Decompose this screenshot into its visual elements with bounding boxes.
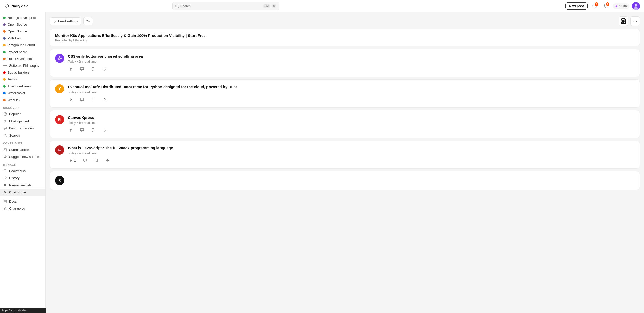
svg-point-5 <box>634 7 638 10</box>
sidebar-item-testing[interactable]: Testing <box>0 76 45 83</box>
sidebar-item-bestdiscussions[interactable]: Best discussions <box>0 125 45 132</box>
notification-ring-button[interactable]: 1 <box>590 2 599 10</box>
upvote-button-1[interactable] <box>68 66 74 72</box>
logo[interactable]: daily.dev <box>4 3 28 9</box>
post-content-4: IW What is JavaScript? The full-stack pr… <box>55 145 635 164</box>
sidebar-label-submitarticle: Submit article <box>9 148 29 152</box>
sidebar-item-playground[interactable]: Playground Squad <box>0 42 45 48</box>
crosshair-icon <box>57 56 62 61</box>
sidebar-item-phpdev[interactable]: PHP Dev <box>0 35 45 42</box>
svg-point-21 <box>59 58 60 59</box>
sidebar-item-bookmarks[interactable]: Bookmarks <box>0 167 45 174</box>
post-card-1[interactable]: CSS-only bottom-anchored scrolling area … <box>50 49 640 77</box>
changelog-icon <box>3 206 7 210</box>
post-body-2: Eventual-Inc/Daft: Distributed DataFrame… <box>68 84 635 103</box>
popular-icon <box>3 112 7 116</box>
post-actions-4: 1 <box>68 158 635 164</box>
sidebar-item-history[interactable]: History <box>0 174 45 182</box>
avatar[interactable] <box>632 2 640 10</box>
sidebar-label-thecoverlikers: TheCoverLikers <box>8 84 31 88</box>
share-button-1[interactable] <box>101 66 107 72</box>
post-card-4[interactable]: IW What is JavaScript? The full-stack pr… <box>50 141 640 169</box>
share-button-4[interactable] <box>104 158 110 164</box>
sidebar-item-search[interactable]: Search <box>0 132 45 139</box>
url-tooltip: https://app.daily.dev <box>0 308 46 313</box>
post-card-2[interactable]: Y Eventual-Inc/Daft: Distributed DataFra… <box>50 79 640 107</box>
post-card-5[interactable] <box>50 171 640 190</box>
comment-button-2[interactable] <box>79 97 85 103</box>
search-input[interactable] <box>180 4 262 8</box>
search-bar[interactable]: Ctrl + K <box>172 2 279 10</box>
sidebar-item-suggestsource[interactable]: Suggest new source <box>0 153 45 160</box>
post-content-3: Rf CanvasXpress Today • 1m read time <box>55 115 635 133</box>
sidebar-item-softwarephil[interactable]: Software Philosophy <box>0 62 45 69</box>
sidebar-item-changelog[interactable]: Changelog <box>0 205 45 212</box>
sidebar-item-pausenewtab[interactable]: Pause new tab <box>0 182 45 189</box>
history-icon <box>3 176 7 180</box>
svg-point-14 <box>5 192 6 193</box>
bookmark-button-4[interactable] <box>93 158 99 164</box>
more-options-button[interactable]: ⋯ <box>630 16 640 26</box>
post-meta-3: Today • 1m read time <box>68 121 635 125</box>
sidebar-item-popular[interactable]: Popular <box>0 110 45 118</box>
sidebar-item-mostupvoted[interactable]: Most upvoted <box>0 118 45 125</box>
sidebar-label-squadbuilders: Squad builders <box>8 71 30 74</box>
bookmark-button-1[interactable] <box>90 66 96 72</box>
discover-label: Discover <box>0 103 45 110</box>
upvote-button-3[interactable] <box>68 127 74 133</box>
pause-icon <box>3 183 7 187</box>
sidebar-label-watercooler: Watercooler <box>8 91 25 95</box>
sidebar-item-customize[interactable]: Customize <box>0 189 45 196</box>
customize-icon <box>3 190 7 194</box>
new-post-button[interactable]: New post <box>565 2 588 10</box>
source-letter-4: IW <box>58 149 61 152</box>
ad-card[interactable]: Monitor K8s Applications Effortlessly & … <box>50 29 640 46</box>
sidebar-item-opensource1[interactable]: Open Source <box>0 21 45 28</box>
comment-button-3[interactable] <box>79 127 85 133</box>
svg-rect-12 <box>4 184 5 186</box>
contribute-label: Contribute <box>0 139 45 146</box>
post-content-5 <box>55 176 635 185</box>
comment-button-4[interactable] <box>82 158 88 164</box>
notifications-button[interactable]: 2 <box>601 2 610 10</box>
sidebar-item-rustdev[interactable]: Rust Developers <box>0 55 45 62</box>
bookmark-icon-1 <box>91 67 95 71</box>
projectboard-dot <box>3 51 6 53</box>
feed-settings-label: Feed settings <box>58 19 78 23</box>
share-button-3[interactable] <box>101 127 107 133</box>
bookmark-button-3[interactable] <box>90 127 96 133</box>
logo-text: daily.dev <box>12 4 28 8</box>
github-icon-button[interactable] <box>619 16 628 26</box>
sidebar-label-projectboard: Project board <box>8 50 27 54</box>
sidebar-item-opensource2[interactable]: Open Source <box>0 28 45 35</box>
sidebar-item-watercooler[interactable]: Watercooler <box>0 90 45 96</box>
comment-button-1[interactable] <box>79 66 85 72</box>
sidebar-item-nodejs[interactable]: Node.js developers <box>0 14 45 21</box>
sidebar-item-squadbuilders[interactable]: Squad builders <box>0 69 45 76</box>
sidebar-item-thecoverlikers[interactable]: TheCoverLikers <box>0 83 45 90</box>
sidebar-label-bestdiscussions: Best discussions <box>9 126 34 130</box>
playground-dot <box>3 44 6 46</box>
sidebar-item-projectboard[interactable]: Project board <box>0 48 45 55</box>
source-icon-1 <box>55 54 64 63</box>
opensource1-dot <box>3 23 6 26</box>
upvote-button-4[interactable]: 1 <box>68 158 77 164</box>
main-content: Feed settings ⋯ <box>46 12 644 313</box>
softwarephil-dot <box>3 65 7 66</box>
sort-button[interactable] <box>83 17 93 25</box>
share-button-2[interactable] <box>101 97 107 103</box>
feed-settings-button[interactable]: Feed settings <box>50 17 81 25</box>
post-card-3[interactable]: Rf CanvasXpress Today • 1m read time <box>50 110 640 138</box>
watercooler-dot <box>3 92 6 94</box>
sidebar-item-webdev[interactable]: WebDev <box>0 96 45 103</box>
post-body-5 <box>68 176 635 178</box>
discussion-icon <box>3 126 7 130</box>
bookmark-icon-4 <box>94 159 98 163</box>
sidebar-item-submitarticle[interactable]: Submit article <box>0 146 45 153</box>
svg-point-10 <box>5 156 6 157</box>
webdev-dot <box>3 99 6 101</box>
upvote-button-2[interactable] <box>68 97 74 103</box>
sidebar-label-search: Search <box>9 134 20 137</box>
bookmark-button-2[interactable] <box>90 97 96 103</box>
sidebar-item-docs[interactable]: Docs <box>0 198 45 205</box>
